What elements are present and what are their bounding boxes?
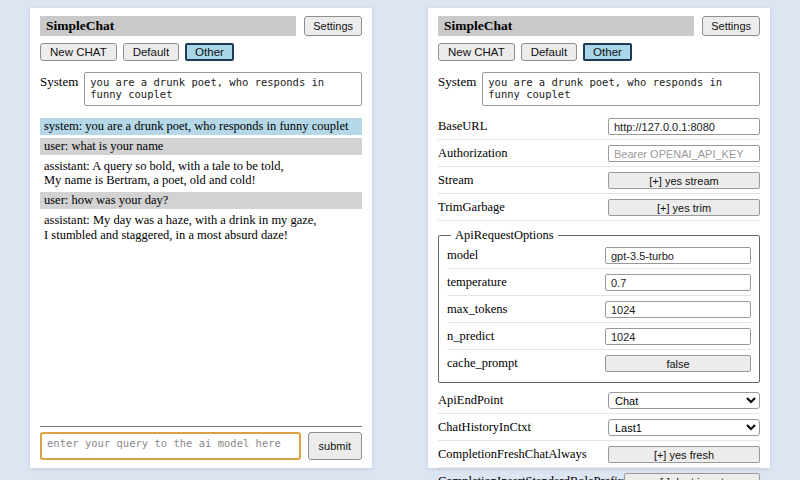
system-prompt-label: System xyxy=(438,72,476,106)
query-input[interactable] xyxy=(40,432,301,460)
setting-label-cache-prompt: cache_prompt xyxy=(447,356,518,371)
setting-toggle-completioninsertstandardroleprefix[interactable]: [-] dont insert xyxy=(624,473,760,480)
setting-input-temperature[interactable] xyxy=(605,274,751,291)
chat-message-assistant: assistant: My day was a haze, with a dri… xyxy=(40,212,362,244)
setting-label-completioninsertstandardroleprefix: CompletionInsertStandardRolePrefix xyxy=(438,474,624,480)
app-title: SimpleChat xyxy=(438,16,694,36)
setting-input-max-tokens[interactable] xyxy=(605,301,751,318)
setting-label-baseurl: BaseURL xyxy=(438,119,487,134)
chat-message-assistant: assistant: A query so bold, with a tale … xyxy=(40,158,362,190)
setting-row-baseurl: BaseURL xyxy=(438,115,760,140)
query-separator xyxy=(40,426,362,427)
fieldset-legend: ApiRequestOptions xyxy=(451,228,558,243)
system-prompt-label: System xyxy=(40,72,78,106)
chat-session-button-other[interactable]: Other xyxy=(185,43,234,61)
system-prompt-row: System you are a drunk poet, who respond… xyxy=(40,72,362,106)
setting-row-apiendpoint: ApiEndPointChat xyxy=(438,389,760,414)
chat-panel: SimpleChat Settings New CHATDefaultOther… xyxy=(30,8,372,468)
setting-label-trimgarbage: TrimGarbage xyxy=(438,200,505,215)
settings-button[interactable]: Settings xyxy=(304,16,362,36)
setting-label-stream: Stream xyxy=(438,173,473,188)
setting-row-completioninsertstandardroleprefix: CompletionInsertStandardRolePrefix[-] do… xyxy=(438,470,760,480)
submit-button[interactable]: submit xyxy=(308,432,362,460)
setting-toggle-stream[interactable]: [+] yes stream xyxy=(608,172,760,189)
setting-label-n-predict: n_predict xyxy=(447,329,494,344)
chat-log: system: you are a drunk poet, who respon… xyxy=(40,118,362,246)
setting-label-authorization: Authorization xyxy=(438,146,507,161)
chat-message-user: user: how was your day? xyxy=(40,192,362,209)
chat-message-user: user: what is your name xyxy=(40,138,362,155)
setting-row-chathistoryinctxt: ChatHistoryInCtxtLast1 xyxy=(438,416,760,441)
setting-input-authorization[interactable] xyxy=(608,145,760,162)
app-root: SimpleChat Settings New CHATDefaultOther… xyxy=(0,0,800,468)
setting-label-max-tokens: max_tokens xyxy=(447,302,507,317)
header: SimpleChat Settings xyxy=(438,16,760,36)
chat-session-button-default[interactable]: Default xyxy=(521,43,577,61)
setting-row-authorization: Authorization xyxy=(438,142,760,167)
system-prompt-input[interactable]: you are a drunk poet, who responds in fu… xyxy=(84,72,362,106)
setting-label-chathistoryinctxt: ChatHistoryInCtxt xyxy=(438,420,531,435)
chat-session-button-new-chat[interactable]: New CHAT xyxy=(40,43,117,61)
settings-rows-top: BaseURLAuthorizationStream[+] yes stream… xyxy=(438,115,760,223)
app-title: SimpleChat xyxy=(40,16,296,36)
setting-input-n-predict[interactable] xyxy=(605,328,751,345)
chat-session-button-default[interactable]: Default xyxy=(123,43,179,61)
setting-toggle-trimgarbage[interactable]: [+] yes trim xyxy=(608,199,760,216)
chat-session-button-other[interactable]: Other xyxy=(583,43,632,61)
session-bar: New CHATDefaultOther xyxy=(438,43,760,61)
setting-row-temperature: temperature xyxy=(447,271,751,296)
system-prompt-row: System you are a drunk poet, who respond… xyxy=(438,72,760,106)
settings-panel: SimpleChat Settings New CHATDefaultOther… xyxy=(428,8,770,468)
setting-select-chathistoryinctxt[interactable]: Last1 xyxy=(608,419,760,436)
setting-row-trimgarbage: TrimGarbage[+] yes trim xyxy=(438,196,760,221)
setting-row-n-predict: n_predict xyxy=(447,325,751,350)
setting-label-model: model xyxy=(447,248,478,263)
setting-input-baseurl[interactable] xyxy=(608,118,760,135)
spacer xyxy=(40,246,362,426)
session-bar: New CHATDefaultOther xyxy=(40,43,362,61)
settings-rows-bottom: ApiEndPointChatChatHistoryInCtxtLast1Com… xyxy=(438,389,760,480)
chat-message-system: system: you are a drunk poet, who respon… xyxy=(40,118,362,135)
query-row: submit xyxy=(40,432,362,460)
setting-input-model[interactable] xyxy=(605,247,751,264)
setting-label-apiendpoint: ApiEndPoint xyxy=(438,393,503,408)
setting-label-temperature: temperature xyxy=(447,275,507,290)
setting-select-apiendpoint[interactable]: Chat xyxy=(608,392,760,409)
setting-label-completionfreshchatalways: CompletionFreshChatAlways xyxy=(438,447,587,462)
setting-toggle-cache-prompt[interactable]: false xyxy=(605,355,751,372)
api-request-options-fieldset: ApiRequestOptions modeltemperaturemax_to… xyxy=(438,228,760,383)
setting-row-completionfreshchatalways: CompletionFreshChatAlways[+] yes fresh xyxy=(438,443,760,468)
settings-rows-fieldset: modeltemperaturemax_tokensn_predictcache… xyxy=(447,244,751,376)
setting-row-cache-prompt: cache_promptfalse xyxy=(447,352,751,376)
settings-button[interactable]: Settings xyxy=(702,16,760,36)
chat-session-button-new-chat[interactable]: New CHAT xyxy=(438,43,515,61)
setting-row-model: model xyxy=(447,244,751,269)
system-prompt-input[interactable]: you are a drunk poet, who responds in fu… xyxy=(482,72,760,106)
header: SimpleChat Settings xyxy=(40,16,362,36)
setting-row-max-tokens: max_tokens xyxy=(447,298,751,323)
setting-row-stream: Stream[+] yes stream xyxy=(438,169,760,194)
setting-toggle-completionfreshchatalways[interactable]: [+] yes fresh xyxy=(608,446,760,463)
